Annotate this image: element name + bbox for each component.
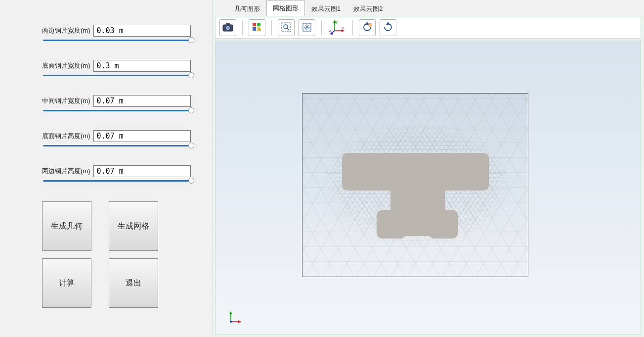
- svg-text:y: y: [336, 19, 338, 24]
- tab-cloud1[interactable]: 效果云图1: [305, 1, 347, 16]
- param-label: 中间钢片宽度(m): [42, 96, 90, 105]
- view-grid-button[interactable]: [249, 19, 265, 36]
- tab-mesh[interactable]: 网格图形: [266, 0, 305, 16]
- param-label: 两边铜片宽度(m): [42, 26, 90, 35]
- svg-rect-1: [226, 23, 230, 25]
- camera-icon: [222, 23, 233, 33]
- parameter-panel: 两边铜片宽度(m) 底面钢片宽度(m) 中间钢片宽度(m) 底面钢片高度(m): [0, 0, 213, 337]
- snapshot-button[interactable]: [219, 19, 236, 36]
- param-slider-steel-bottom-height[interactable]: [43, 145, 191, 146]
- rotate-cw-button[interactable]: [380, 19, 396, 36]
- param-slider-steel-mid-width[interactable]: [43, 110, 191, 111]
- param-slider-steel-bottom-width[interactable]: [43, 75, 191, 76]
- axis-xyz-icon: y x z: [329, 19, 345, 37]
- rotate-ccw-icon: [362, 22, 373, 34]
- param-row-steel-bottom-width: 底面钢片宽度(m): [42, 60, 193, 76]
- zoom-extents-button[interactable]: [299, 19, 315, 36]
- tab-geometry[interactable]: 几何图形: [228, 1, 266, 16]
- svg-rect-6: [253, 27, 256, 31]
- tab-cloud2[interactable]: 效果云图2: [347, 1, 389, 16]
- mesh-viewport[interactable]: [215, 41, 641, 335]
- zoom-extents-icon: [301, 22, 312, 34]
- svg-rect-5: [257, 23, 260, 26]
- zoom-box-icon: [281, 22, 292, 34]
- svg-point-9: [284, 25, 288, 29]
- param-row-steel-mid-width: 中间钢片宽度(m): [42, 95, 193, 111]
- generate-mesh-button[interactable]: 生成网格: [109, 201, 158, 251]
- action-button-grid: 生成几何 生成网格 计算 退出: [42, 201, 193, 308]
- param-label: 两边铜片高度(m): [42, 167, 90, 176]
- svg-rect-8: [282, 23, 291, 32]
- param-row-copper-side-width: 两边铜片宽度(m): [42, 25, 193, 41]
- rotate-cw-icon: [383, 22, 393, 34]
- param-input-steel-bottom-height[interactable]: [93, 130, 191, 142]
- geometry-solid-foot-left: [377, 210, 406, 239]
- param-input-steel-mid-width[interactable]: [93, 95, 191, 107]
- svg-text:z: z: [329, 28, 331, 33]
- exit-button[interactable]: 退出: [109, 258, 158, 308]
- svg-line-10: [287, 28, 289, 30]
- svg-rect-4: [253, 23, 256, 26]
- toolbar-separator: [271, 20, 272, 35]
- viewer-toolbar: y x z: [215, 17, 641, 39]
- param-input-steel-bottom-width[interactable]: [93, 60, 191, 72]
- svg-marker-25: [229, 311, 232, 314]
- geometry-solid-foot-right: [429, 210, 458, 239]
- svg-point-28: [230, 321, 232, 323]
- svg-rect-22: [369, 23, 371, 26]
- param-slider-copper-side-width[interactable]: [43, 40, 191, 41]
- toolbar-separator: [352, 20, 353, 35]
- param-slider-copper-side-height[interactable]: [43, 180, 191, 182]
- compute-button[interactable]: 计算: [42, 258, 91, 308]
- svg-marker-23: [386, 22, 390, 25]
- toolbar-separator: [242, 20, 243, 35]
- param-input-copper-side-height[interactable]: [93, 165, 191, 177]
- geometry-solid-top-bar: [342, 153, 489, 191]
- param-label: 底面钢片宽度(m): [42, 61, 90, 70]
- param-row-steel-bottom-height: 底面钢片高度(m): [42, 130, 193, 146]
- svg-text:x: x: [342, 26, 344, 30]
- param-row-copper-side-height: 两边铜片高度(m): [42, 165, 193, 182]
- toolbar-separator: [321, 20, 322, 35]
- axis-mini-indicator: [228, 310, 243, 325]
- param-input-copper-side-width[interactable]: [93, 25, 191, 37]
- zoom-box-button[interactable]: [278, 19, 295, 36]
- generate-geometry-button[interactable]: 生成几何: [42, 201, 91, 251]
- svg-point-3: [227, 27, 229, 29]
- svg-marker-27: [238, 320, 241, 323]
- view-grid-icon: [252, 22, 262, 34]
- param-label: 底面钢片高度(m): [42, 132, 90, 141]
- axis-orientation[interactable]: y x z: [328, 19, 346, 37]
- view-tabs: 几何图形 网格图形 效果云图1 效果云图2: [213, 1, 644, 16]
- rotate-ccw-button[interactable]: [359, 19, 376, 36]
- mesh-domain-frame: [302, 93, 528, 277]
- visualization-panel: 几何图形 网格图形 效果云图1 效果云图2: [213, 0, 644, 337]
